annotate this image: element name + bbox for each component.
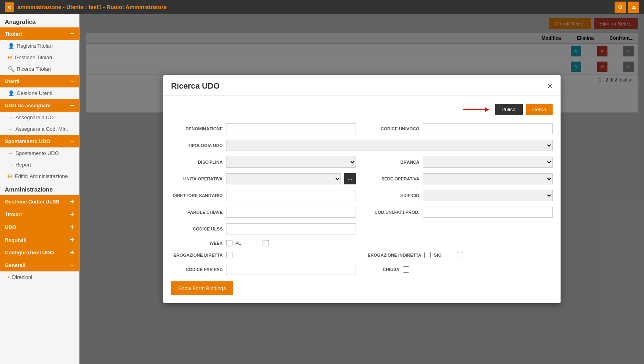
sidebar-group-udo-toggle: −	[70, 102, 74, 109]
topbar-user-icon[interactable]: ⚙	[615, 2, 626, 13]
pl-checkbox[interactable]	[263, 240, 269, 246]
topbar-power-icon[interactable]: ⏏	[628, 2, 639, 13]
cod-uni-fatt-prod-input[interactable]	[423, 207, 553, 218]
form-row-tipologia-udo: TIPOLOGIA UDO	[171, 140, 553, 151]
tipologia-udo-label: TIPOLOGIA UDO	[171, 143, 223, 148]
sidebar-group-spostamento-label: Spostamento UDO	[5, 138, 50, 144]
grid-icon: ⊞	[8, 54, 12, 60]
sidebar-group-titolari[interactable]: Titolari −	[0, 27, 79, 40]
sidebar-item-ricerca-titolari[interactable]: 🔍 Ricerca Titolari	[0, 63, 79, 75]
sidebar-group-configurazioni-udo[interactable]: Configurazioni UDO +	[0, 246, 79, 259]
codice-far-fad-input[interactable]	[226, 264, 356, 275]
sede-operativa-select[interactable]	[423, 173, 553, 184]
sidebar-group-utenti-toggle: −	[70, 77, 74, 85]
chiusa-label: CHIUSA	[368, 267, 400, 272]
modal-header: Ricerca UDO ×	[163, 75, 561, 96]
sidebar-group-toggle: +	[70, 198, 74, 205]
sidebar-group-spostamento-udo[interactable]: Spostamento UDO −	[0, 135, 79, 147]
modal-body: Pulisci Cerca DENOMINAZIONE CODICE UNIVO…	[163, 96, 561, 303]
codice-far-fad-label: CODICE FAR FAD	[171, 267, 223, 272]
form-row-codice-far-fad: CODICE FAR FAD	[171, 264, 356, 275]
sidebar-group-utenti[interactable]: Utenti −	[0, 75, 79, 87]
sidebar-group-toggle: +	[70, 223, 74, 230]
arrow-icon: →	[8, 150, 13, 156]
sidebar-group-utenti-label: Utenti	[5, 78, 19, 84]
sio-label: SIO	[434, 253, 454, 258]
sidebar-group-titolari-admin[interactable]: Titolari +	[0, 208, 79, 221]
pulisci-button[interactable]: Pulisci	[495, 104, 523, 115]
sidebar-item-gestione-titolari[interactable]: ⊞ Gestione Titolari	[0, 52, 79, 63]
parole-chiave-label: PAROLE CHIAVE	[171, 210, 223, 215]
modal-overlay: Ricerca UDO × Pulisci Cerca	[79, 14, 644, 364]
tipologia-udo-select[interactable]	[226, 140, 553, 151]
direttore-sanitario-label: DIRETTORE SANITARIO	[171, 193, 223, 198]
modal-close-button[interactable]: ×	[547, 82, 553, 91]
pl-label: PL	[236, 241, 259, 246]
sidebar-group-udo-assegnare[interactable]: UDO da assegnare −	[0, 99, 79, 112]
arrow-line	[463, 109, 485, 110]
sidebar-group-titolari-toggle: −	[70, 30, 74, 37]
form-row-denominazione: DENOMINAZIONE	[171, 123, 356, 134]
disciplina-select[interactable]	[226, 157, 356, 168]
layout: Anagrafica Titolari − 👤 Registra Titolar…	[0, 14, 644, 364]
direttore-sanitario-input[interactable]	[226, 190, 356, 201]
sio-checkbox[interactable]	[457, 252, 463, 258]
arrow-icon: →	[8, 114, 13, 120]
codice-univoco-input[interactable]	[423, 123, 553, 134]
week-checkbox[interactable]	[226, 240, 232, 246]
sidebar-group-label: Requisiti	[5, 237, 27, 243]
erogazione-diretta-checkbox[interactable]	[226, 252, 232, 258]
codice-univoco-label: CODICE UNIVOCO	[368, 126, 420, 131]
arrow-icon: →	[8, 126, 13, 132]
topbar: « amministrazione - Utente : test1 - Ruo…	[0, 0, 644, 14]
sidebar-group-requisiti[interactable]: Requisiti +	[0, 233, 79, 246]
erogazione-diretta-label: EROGAZIONE DIRETTA	[171, 253, 223, 258]
erogazione-indiretta-checkbox[interactable]	[424, 252, 431, 258]
disciplina-label: DISCIPLINA	[171, 160, 223, 165]
week-label: WEEK	[171, 241, 223, 246]
main-content: Chiudi Selez. Elimina Selez. Modifica El…	[79, 14, 644, 364]
parole-chiave-input[interactable]	[226, 207, 356, 218]
sidebar-group-gestione-codici[interactable]: Gestione Codici ULSS +	[0, 195, 79, 208]
form-row-codice-univoco: CODICE UNIVOCO	[368, 123, 553, 134]
sidebar-item-label: Direzioni	[12, 274, 33, 280]
erogazione-indiretta-label: EROGAZIONE INDIRETTA	[368, 253, 422, 258]
form-row-chiusa: CHIUSA	[368, 264, 553, 275]
dots-button[interactable]: ···	[344, 173, 356, 184]
sidebar-item-spostamento-udo[interactable]: → Spostamento UDO	[0, 147, 79, 159]
sidebar-item-direzioni[interactable]: • Direzioni	[0, 271, 79, 283]
sede-operativa-label: SEDE OPERATIVA	[368, 176, 420, 181]
sidebar-group-label: Gestione Codici ULSS	[5, 199, 59, 205]
sidebar-item-label: Report	[15, 162, 31, 168]
sidebar-anagrafica-title: Anagrafica	[0, 14, 79, 27]
codice-ulss-input[interactable]	[226, 223, 356, 234]
sidebar-group-spostamento-toggle: −	[70, 137, 74, 145]
form-row-cod-uni-fatt-prod: COD.UNI.FATT.PROD.	[368, 207, 553, 218]
denominazione-input[interactable]	[226, 123, 356, 134]
edificio-select[interactable]	[423, 190, 553, 201]
sidebar-item-gestione-utenti[interactable]: 👤 Gestione Utenti	[0, 87, 79, 99]
unita-operativa-select[interactable]	[226, 173, 341, 184]
sidebar-item-edifici-amm[interactable]: ⊞ Edifici Amministrazione	[0, 170, 79, 182]
sidebar-item-label: Registra Titolari	[17, 43, 52, 49]
sidebar-item-registra-titolari[interactable]: 👤 Registra Titolari	[0, 40, 79, 52]
modal: Ricerca UDO × Pulisci Cerca	[163, 75, 561, 303]
sidebar-group-generali[interactable]: Generali −	[0, 259, 79, 271]
sidebar-group-udo-admin[interactable]: UDO +	[0, 221, 79, 233]
sidebar-item-assegnare-cod[interactable]: → Assegnare a Cod. Min.	[0, 123, 79, 135]
sidebar-item-report[interactable]: → Report	[0, 159, 79, 170]
form-row-direttore-sanitario: DIRETTORE SANITARIO	[171, 190, 356, 201]
form-row-disciplina: DISCIPLINA	[171, 157, 356, 168]
cerca-button[interactable]: Cerca	[526, 104, 553, 115]
chiusa-checkbox[interactable]	[403, 266, 409, 273]
topbar-collapse-btn[interactable]: «	[5, 2, 14, 12]
show-form-bindings-button[interactable]: Show Form Bindings	[171, 281, 233, 295]
cod-uni-fatt-prod-label: COD.UNI.FATT.PROD.	[368, 210, 420, 215]
sidebar-item-label: Ricerca Titolari	[17, 66, 51, 72]
branca-select[interactable]	[423, 157, 553, 168]
form-row-erogazione-diretta: EROGAZIONE DIRETTA	[171, 252, 356, 258]
sidebar-item-assegnare-uo[interactable]: → Assegnare a UO	[0, 112, 79, 123]
sidebar-group-label: Generali	[5, 262, 25, 268]
form-row-erogazione-indiretta: EROGAZIONE INDIRETTA SIO	[368, 252, 553, 258]
form-row-sede-operativa: SEDE OPERATIVA	[368, 173, 553, 184]
